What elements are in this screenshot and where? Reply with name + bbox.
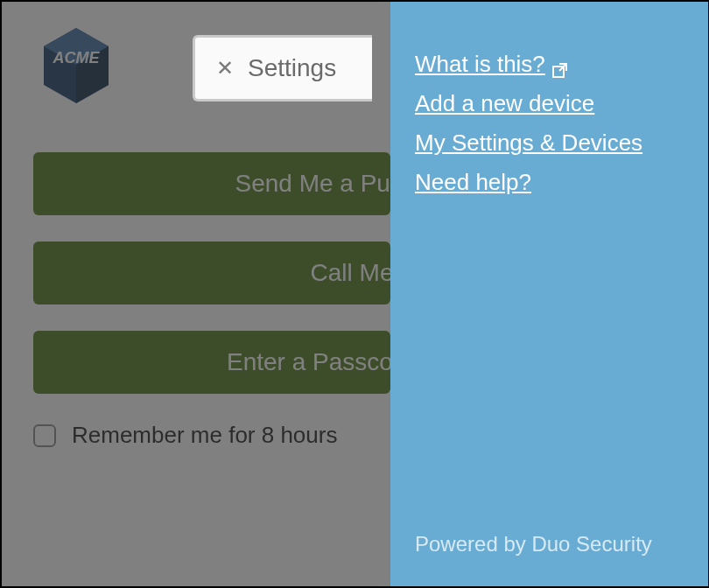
- enter-passcode-label: Enter a Passcode: [227, 348, 390, 376]
- acme-logo: ACME: [40, 26, 112, 105]
- external-link-icon: [552, 57, 568, 73]
- add-device-link[interactable]: Add a new device: [415, 90, 708, 117]
- call-me-button[interactable]: Call Me: [33, 242, 390, 304]
- send-push-label: Send Me a Push: [235, 170, 390, 198]
- settings-side-panel: What is this? Add a new device My Settin…: [390, 2, 708, 586]
- logo-text: ACME: [53, 49, 101, 66]
- settings-label: Settings: [248, 54, 336, 82]
- call-me-label: Call Me: [311, 259, 390, 287]
- what-is-this-link[interactable]: What is this?: [415, 51, 568, 78]
- remember-row: Remember me for 8 hours: [33, 422, 337, 449]
- enter-passcode-button[interactable]: Enter a Passcode: [33, 331, 390, 394]
- need-help-link[interactable]: Need help?: [415, 169, 708, 196]
- close-icon: ✕: [216, 56, 234, 80]
- remember-checkbox[interactable]: [33, 424, 56, 447]
- send-push-button[interactable]: Send Me a Push: [33, 152, 390, 215]
- remember-label: Remember me for 8 hours: [72, 422, 337, 449]
- duo-prompt-frame: ACME Send Me a Push Call Me Enter a Pass…: [0, 0, 709, 588]
- my-settings-devices-link[interactable]: My Settings & Devices: [415, 130, 708, 157]
- link-text: What is this?: [415, 51, 545, 78]
- powered-by-text: Powered by Duo Security: [415, 532, 652, 556]
- settings-button[interactable]: ✕ Settings: [193, 35, 372, 102]
